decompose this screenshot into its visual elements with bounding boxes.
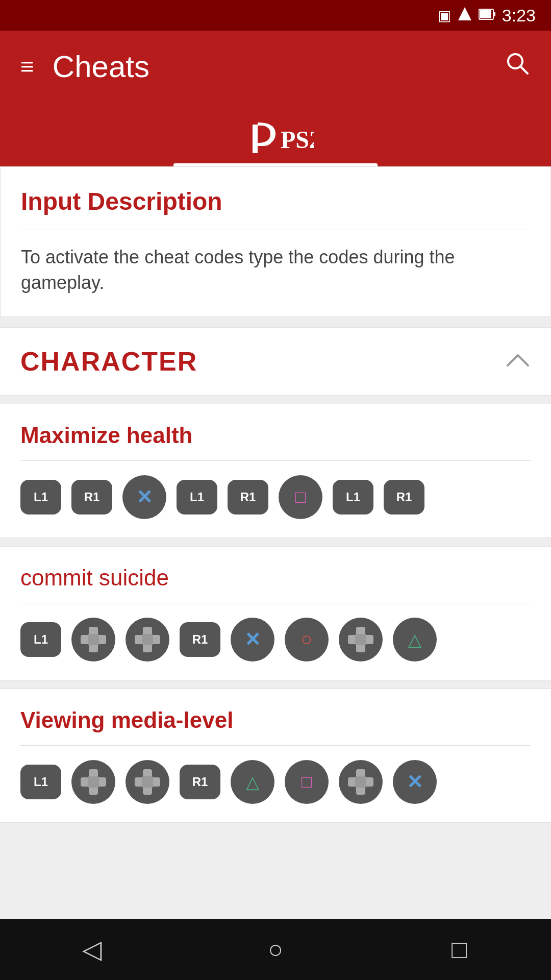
status-time: 3:23 bbox=[502, 6, 536, 26]
status-bar: ▣ 3:23 bbox=[0, 0, 551, 31]
btn-triangle: △ bbox=[393, 618, 437, 662]
app-bar: ≡ Cheats bbox=[0, 31, 551, 102]
svg-rect-3 bbox=[494, 12, 495, 16]
svg-rect-26 bbox=[355, 776, 366, 788]
btn-L1-3: L1 bbox=[333, 480, 373, 514]
btn-R1: R1 bbox=[71, 480, 112, 514]
btn-cross: ✕ bbox=[393, 760, 437, 804]
character-section-header[interactable]: CHARACTER bbox=[0, 327, 551, 396]
cheat-buttons-maximize-health: L1 R1 ✕ L1 R1 □ L1 R1 bbox=[20, 475, 531, 519]
btn-cross: ✕ bbox=[122, 475, 166, 519]
svg-rect-17 bbox=[355, 634, 366, 645]
svg-text:PS2: PS2 bbox=[281, 126, 314, 153]
btn-square: □ bbox=[279, 475, 322, 519]
app-bar-title: Cheats bbox=[53, 49, 149, 84]
btn-dpad-3 bbox=[339, 618, 383, 662]
btn-dpad-2 bbox=[126, 618, 169, 662]
vibrate-icon: ▣ bbox=[438, 7, 451, 24]
svg-marker-0 bbox=[458, 7, 471, 20]
search-icon[interactable] bbox=[504, 50, 531, 83]
svg-rect-23 bbox=[142, 776, 153, 788]
input-description-text: To activate the cheat codes type the cod… bbox=[21, 244, 530, 296]
cheat-maximize-health: Maximize health L1 R1 ✕ L1 R1 □ L1 R1 bbox=[0, 404, 551, 538]
btn-dpad-2 bbox=[126, 760, 169, 804]
divider bbox=[21, 230, 530, 230]
cheat-title-commit-suicide: commit suicide bbox=[20, 565, 531, 591]
battery-icon bbox=[479, 7, 496, 23]
app-bar-left: ≡ Cheats bbox=[20, 49, 149, 84]
divider bbox=[20, 603, 531, 603]
ps2-logo: PS2 bbox=[237, 112, 314, 163]
btn-R1-3: R1 bbox=[384, 480, 424, 514]
btn-dpad-1 bbox=[71, 760, 115, 804]
divider bbox=[20, 745, 531, 746]
btn-square: □ bbox=[285, 760, 329, 804]
divider bbox=[20, 460, 531, 461]
cheat-buttons-commit-suicide: L1 R1 ✕ bbox=[20, 618, 531, 662]
btn-dpad-3 bbox=[339, 760, 383, 804]
btn-R1-2: R1 bbox=[228, 480, 268, 514]
svg-rect-7 bbox=[253, 125, 258, 145]
btn-circle-sym: ○ bbox=[285, 618, 329, 662]
back-button[interactable]: ◁ bbox=[66, 929, 117, 970]
home-button[interactable]: ○ bbox=[250, 929, 301, 970]
btn-L1: L1 bbox=[20, 765, 61, 799]
input-description-card: Input Description To activate the cheat … bbox=[0, 166, 551, 317]
svg-rect-2 bbox=[480, 10, 491, 18]
recent-button[interactable]: □ bbox=[434, 929, 485, 970]
cheat-title-maximize-health: Maximize health bbox=[20, 423, 531, 448]
section-title-character: CHARACTER bbox=[20, 346, 197, 377]
chevron-up-icon bbox=[505, 350, 531, 373]
ps2-header: PS2 bbox=[0, 102, 551, 166]
content: Input Description To activate the cheat … bbox=[0, 166, 551, 919]
cheat-commit-suicide: commit suicide L1 R1 bbox=[0, 546, 551, 680]
btn-dpad-1 bbox=[71, 618, 115, 662]
nav-bar: ◁ ○ □ bbox=[0, 919, 551, 980]
ps2-logo-svg: PS2 bbox=[237, 112, 314, 163]
btn-R1: R1 bbox=[180, 765, 220, 799]
svg-rect-14 bbox=[142, 634, 153, 645]
cheat-buttons-viewing-media-level: L1 R1 △ bbox=[20, 760, 531, 804]
cheat-title-viewing-media-level: Viewing media-level bbox=[20, 707, 531, 733]
btn-L1: L1 bbox=[20, 622, 61, 657]
btn-cross: ✕ bbox=[231, 618, 274, 662]
signal-icon bbox=[457, 6, 472, 25]
btn-L1: L1 bbox=[20, 480, 61, 514]
svg-line-5 bbox=[520, 66, 528, 74]
input-description-title: Input Description bbox=[21, 187, 530, 215]
btn-triangle: △ bbox=[231, 760, 274, 804]
status-icons: ▣ 3:23 bbox=[438, 6, 536, 26]
cheat-viewing-media-level: Viewing media-level L1 bbox=[0, 689, 551, 823]
hamburger-icon[interactable]: ≡ bbox=[20, 55, 34, 78]
svg-rect-20 bbox=[88, 776, 99, 788]
btn-L1-2: L1 bbox=[177, 480, 217, 514]
svg-rect-11 bbox=[88, 634, 99, 645]
btn-R1: R1 bbox=[180, 622, 220, 657]
